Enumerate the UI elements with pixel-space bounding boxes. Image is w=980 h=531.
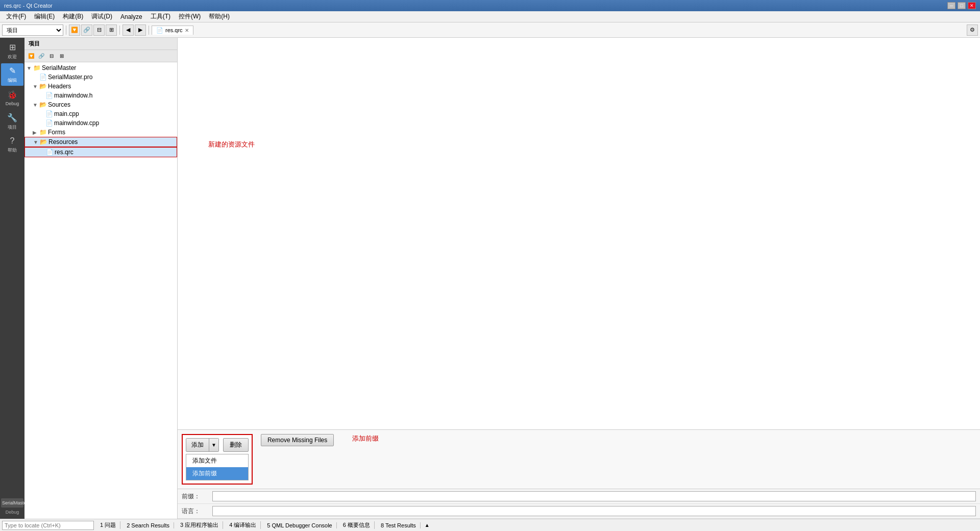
proj-link-btn[interactable]: 🔗 [37, 52, 46, 61]
prefix-input[interactable] [212, 491, 976, 501]
status-search-results[interactable]: 2 Search Results [122, 522, 174, 528]
new-resource-text: 新建的资源文件 [208, 140, 255, 149]
expand-btn[interactable]: ⊞ [106, 25, 117, 36]
add-file-menu-item[interactable]: 添加文件 [186, 454, 248, 467]
status-qml-debug[interactable]: 5 QML Debugger Console [263, 522, 336, 528]
status-general-info[interactable]: 6 概要信息 [339, 521, 375, 529]
project-panel: 项目 🔽 🔗 ⊟ ⊞ ▼ 📁 SerialMaster 📄 SerialMast… [24, 38, 178, 519]
resources-folder-icon: 📂 [39, 138, 47, 146]
tab-bar: 📄 res.qrc ✕ [152, 26, 966, 35]
menu-tools[interactable]: 工具(T) [146, 11, 175, 22]
prefix-label: 前缀： [182, 492, 212, 501]
title-bar: res.qrc - Qt Creator ─ □ ✕ [0, 0, 980, 11]
proj-filter-btn[interactable]: 🔽 [27, 52, 36, 61]
arrow-serialmaster: ▼ [27, 65, 33, 71]
help-label: 帮助 [8, 147, 17, 154]
tab-close-btn[interactable]: ✕ [185, 28, 189, 33]
menu-help[interactable]: 帮助(H) [205, 11, 234, 22]
tree-item-main-cpp[interactable]: 📄 main.cpp [24, 109, 177, 118]
tree-label-serialmaster: SerialMaster [42, 64, 76, 71]
tree-label-sources: Sources [48, 101, 70, 108]
remove-missing-files-button[interactable]: Remove Missing Files [261, 434, 334, 446]
tree-item-res-qrc[interactable]: 📄 res.qrc [24, 147, 177, 157]
edit-icon: ✎ [9, 66, 16, 76]
tab-res-qrc[interactable]: 📄 res.qrc ✕ [152, 26, 193, 35]
tree-item-sources[interactable]: ▼ 📂 Sources [24, 100, 177, 109]
window-title: res.qrc - Qt Creator [4, 3, 53, 9]
add-button[interactable]: 添加 [186, 439, 209, 451]
forward-btn[interactable]: ▶ [135, 25, 146, 36]
locate-input[interactable] [2, 521, 94, 530]
arrow-forms: ▶ [33, 130, 39, 135]
help-icon: ? [10, 136, 15, 146]
proj-collapse-all-btn[interactable]: ⊟ [47, 52, 56, 61]
prefix-field-row: 前缀： [178, 489, 980, 504]
collapse-btn[interactable]: ⊟ [93, 25, 105, 36]
add-prefix-menu-item[interactable]: 添加前缀 [186, 467, 248, 480]
status-expand-btn[interactable]: ▲ [423, 521, 432, 530]
tree-item-resources[interactable]: ▼ 📂 Resources [24, 137, 177, 147]
minimize-button[interactable]: ─ [947, 2, 955, 9]
tree-item-forms[interactable]: ▶ 📁 Forms [24, 128, 177, 137]
welcome-label: 欢迎 [8, 54, 17, 60]
tree-item-serialmaster[interactable]: ▼ 📁 SerialMaster [24, 63, 177, 73]
toolbar-separator-1 [66, 26, 66, 35]
close-button[interactable]: ✕ [968, 2, 976, 9]
status-issues[interactable]: 1 问题 [96, 521, 120, 529]
resource-buttons-panel: 添加 ▼ 删除 添加文件 添加前缀 [182, 434, 253, 485]
menu-controls[interactable]: 控件(W) [175, 11, 205, 22]
sidebar-edit[interactable]: ✎ 编辑 [1, 63, 23, 86]
cpp-file-icon: 📄 [45, 110, 53, 117]
sources-folder-icon: 📂 [39, 101, 47, 108]
menu-bar: 文件(F) 编辑(E) 构建(B) 调试(D) Analyze 工具(T) 控件… [0, 11, 980, 22]
headers-folder-icon: 📂 [39, 83, 47, 90]
tree-item-mainwindow-cpp[interactable]: 📄 mainwindow.cpp [24, 118, 177, 128]
sidebar-icons: ⊞ 欢迎 ✎ 编辑 🐞 Debug 🔧 项目 ? 帮助 SerialMaster… [0, 38, 24, 519]
tree-item-serialmaster-pro[interactable]: 📄 SerialMaster.pro [24, 73, 177, 82]
panel-header: 项目 [24, 38, 177, 50]
tree-label-forms: Forms [48, 129, 65, 136]
project-tree: ▼ 📁 SerialMaster 📄 SerialMaster.pro ▼ 📂 … [24, 62, 177, 519]
proj-expand-all-btn[interactable]: ⊞ [57, 52, 66, 61]
h-file-icon: 📄 [45, 92, 53, 99]
back-btn[interactable]: ◀ [122, 25, 134, 36]
status-test-results[interactable]: 8 Test Results [377, 522, 421, 528]
tree-item-mainwindow-h[interactable]: 📄 mainwindow.h [24, 91, 177, 100]
link-btn[interactable]: 🔗 [81, 25, 92, 36]
arrow-sources: ▼ [33, 102, 39, 108]
tree-item-headers[interactable]: ▼ 📂 Headers [24, 82, 177, 91]
maximize-button[interactable]: □ [958, 2, 966, 9]
debug-icon: 🐞 [7, 90, 17, 100]
tree-label-res-qrc: res.qrc [55, 149, 74, 156]
status-left: 1 问题 2 Search Results 3 应用程序输出 4 编译输出 5 … [2, 521, 432, 530]
add-dropdown-button[interactable]: ▼ [209, 439, 218, 451]
tree-label-headers: Headers [48, 83, 71, 90]
kit-button[interactable]: SerialMaster [1, 498, 23, 508]
main-layout: ⊞ 欢迎 ✎ 编辑 🐞 Debug 🔧 项目 ? 帮助 SerialMaster… [0, 38, 980, 519]
project-selector[interactable]: 项目 [2, 25, 63, 36]
sidebar-projects[interactable]: 🔧 项目 [1, 110, 23, 133]
sidebar-welcome[interactable]: ⊞ 欢迎 [1, 40, 23, 62]
filter-btn[interactable]: 🔽 [69, 25, 80, 36]
menu-debug[interactable]: 调试(D) [87, 11, 116, 22]
menu-file[interactable]: 文件(F) [2, 11, 30, 22]
pro-file-icon: 📄 [39, 74, 47, 81]
content-area: 新建的资源文件 添加 ▼ 删除 [178, 38, 980, 519]
status-compile-output[interactable]: 4 编译输出 [225, 521, 261, 529]
delete-button[interactable]: 删除 [223, 438, 249, 452]
sidebar-debug[interactable]: 🐞 Debug [1, 87, 23, 109]
menu-edit[interactable]: 编辑(E) [30, 11, 59, 22]
settings-btn[interactable]: ⚙ [967, 25, 978, 36]
menu-build[interactable]: 构建(B) [59, 11, 87, 22]
editor-content: 新建的资源文件 [178, 38, 980, 429]
status-app-output[interactable]: 3 应用程序输出 [176, 521, 223, 529]
sidebar-bottom: SerialMaster Debug [1, 498, 23, 519]
edit-label: 编辑 [8, 77, 17, 84]
resource-editor: 添加 ▼ 删除 添加文件 添加前缀 Remove Missing Files [178, 429, 980, 489]
menu-analyze[interactable]: Analyze [116, 12, 146, 21]
add-prefix-inline-text: 添加前缀 [352, 434, 379, 443]
language-input[interactable] [212, 506, 976, 516]
sidebar-help[interactable]: ? 帮助 [1, 134, 23, 156]
tree-label-main-cpp: main.cpp [54, 110, 79, 117]
toolbar-separator-2 [119, 26, 120, 35]
